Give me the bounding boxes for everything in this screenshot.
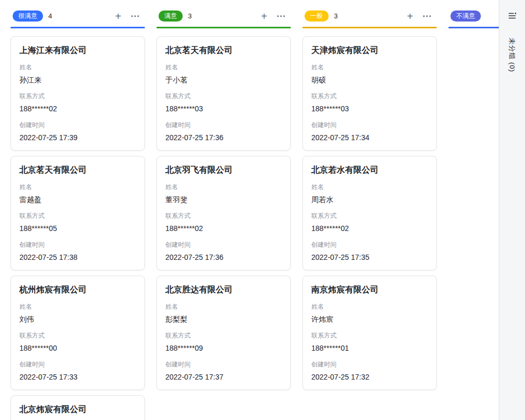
group-badge: 不满意 — [450, 10, 481, 22]
field-value-contact: 188******03 — [165, 103, 282, 114]
column-menu-button[interactable]: ⋯ — [275, 10, 287, 22]
collapse-panel-icon — [508, 14, 517, 22]
column-header: 满意3+⋯ — [156, 10, 291, 22]
card-title: 上海江来有限公司 — [19, 45, 136, 56]
field-label-created: 创建时间 — [19, 240, 136, 249]
field-label-name: 姓名 — [311, 183, 428, 191]
add-card-button[interactable]: + — [404, 10, 416, 22]
field-label-contact: 联系方式 — [165, 331, 282, 340]
field-label-created: 创建时间 — [19, 360, 136, 369]
kanban-card[interactable]: 天津炜宸有限公司姓名胡硕联系方式188******03创建时间2022-07-2… — [302, 36, 437, 151]
group-color-bar — [10, 27, 145, 28]
field-value-created: 2022-07-25 17:34 — [311, 132, 428, 143]
kanban-column-very-satisfied: 很满意4+⋯上海江来有限公司姓名孙江来联系方式188******02创建时间20… — [10, 10, 145, 420]
field-value-contact: 188******00 — [19, 343, 136, 353]
field-value-created: 2022-07-25 17:32 — [311, 372, 428, 382]
field-value-contact: 188******01 — [311, 343, 428, 353]
field-label-contact: 联系方式 — [19, 92, 136, 100]
field-value-name: 许炜宸 — [311, 314, 428, 324]
field-value-contact: 188******02 — [165, 223, 282, 234]
card-list: 天津炜宸有限公司姓名胡硕联系方式188******03创建时间2022-07-2… — [302, 36, 437, 390]
field-label-created: 创建时间 — [19, 121, 136, 129]
card-title: 北京炜宸有限公司 — [19, 404, 136, 415]
field-value-contact: 188******05 — [19, 223, 136, 234]
kanban-column-satisfied: 满意3+⋯北京茗天有限公司姓名于小茗联系方式188******03创建时间202… — [156, 10, 291, 420]
field-label-contact: 联系方式 — [165, 212, 282, 220]
card-count: 4 — [48, 12, 52, 20]
field-value-name: 胡硕 — [311, 75, 428, 85]
field-value-name: 刘伟 — [19, 314, 136, 324]
column-menu-button[interactable]: ⋯ — [129, 10, 141, 22]
field-value-created: 2022-07-25 17:38 — [19, 252, 136, 262]
card-title: 北京茗天有限公司 — [165, 45, 282, 56]
field-label-name: 姓名 — [19, 183, 136, 191]
field-label-name: 姓名 — [165, 302, 282, 311]
field-label-created: 创建时间 — [165, 240, 282, 249]
add-card-button[interactable]: + — [258, 10, 270, 22]
card-title: 北京羽飞有限公司 — [165, 164, 282, 176]
field-label-name: 姓名 — [311, 63, 428, 71]
card-title: 南京炜宸有限公司 — [311, 284, 428, 296]
add-card-button[interactable]: + — [112, 10, 124, 22]
field-value-created: 2022-07-25 17:36 — [165, 132, 282, 143]
column-header: 一般3+⋯ — [302, 10, 437, 22]
card-list: 上海江来有限公司姓名孙江来联系方式188******02创建时间2022-07-… — [10, 36, 145, 420]
kanban-card[interactable]: 北京茗天有限公司姓名雷越盈联系方式188******05创建时间2022-07-… — [10, 156, 145, 270]
column-menu-button[interactable]: ⋯ — [421, 10, 433, 22]
card-title: 北京胜达有限公司 — [165, 284, 282, 296]
kanban-card[interactable]: 北京茗天有限公司姓名于小茗联系方式188******03创建时间2022-07-… — [156, 36, 291, 151]
field-value-contact: 188******09 — [165, 343, 282, 353]
field-value-contact: 188******03 — [311, 103, 428, 114]
field-value-contact: 188******02 — [19, 103, 136, 114]
collapsed-groups-panel: 未分组 (0) — [499, 0, 525, 420]
group-badge: 一般 — [304, 10, 329, 22]
field-label-contact: 联系方式 — [311, 331, 428, 340]
collapsed-group-label[interactable]: 未分组 (0) — [507, 38, 517, 72]
field-value-name: 孙江来 — [19, 75, 136, 85]
field-value-contact: 188******02 — [311, 223, 428, 234]
kanban-card[interactable]: 北京若水有限公司姓名周若水联系方式188******02创建时间2022-07-… — [302, 156, 437, 270]
kanban-board: 很满意4+⋯上海江来有限公司姓名孙江来联系方式188******02创建时间20… — [0, 0, 525, 420]
kanban-card[interactable]: 上海江来有限公司姓名孙江来联系方式188******02创建时间2022-07-… — [10, 36, 145, 151]
field-label-created: 创建时间 — [311, 360, 428, 369]
field-value-name: 周若水 — [311, 194, 428, 205]
field-label-created: 创建时间 — [165, 121, 282, 129]
card-count: 3 — [188, 12, 192, 20]
group-color-bar — [156, 27, 291, 28]
field-label-contact: 联系方式 — [19, 331, 136, 340]
field-value-name: 董羽斐 — [165, 194, 282, 205]
kanban-column-neutral: 一般3+⋯天津炜宸有限公司姓名胡硕联系方式188******03创建时间2022… — [302, 10, 437, 420]
card-title: 杭州炜宸有限公司 — [19, 284, 136, 296]
kanban-card[interactable]: 杭州炜宸有限公司姓名刘伟联系方式188******00创建时间2022-07-2… — [10, 276, 145, 390]
group-badge: 很满意 — [13, 10, 43, 22]
field-label-contact: 联系方式 — [165, 92, 282, 100]
field-label-contact: 联系方式 — [311, 92, 428, 100]
field-label-created: 创建时间 — [311, 121, 428, 129]
group-badge: 满意 — [159, 10, 183, 22]
card-count: 3 — [334, 12, 338, 20]
column-header: 很满意4+⋯ — [10, 10, 145, 22]
field-value-created: 2022-07-25 17:36 — [165, 252, 282, 262]
card-title: 天津炜宸有限公司 — [311, 45, 428, 56]
field-value-created: 2022-07-25 17:39 — [19, 132, 136, 143]
field-label-contact: 联系方式 — [19, 212, 136, 220]
collapse-panel-button[interactable] — [507, 10, 518, 23]
field-label-name: 姓名 — [311, 302, 428, 311]
kanban-card[interactable]: 北京胜达有限公司姓名彭梨梨联系方式188******09创建时间2022-07-… — [156, 276, 291, 390]
field-label-created: 创建时间 — [311, 240, 428, 249]
field-value-created: 2022-07-25 17:33 — [19, 372, 136, 382]
kanban-card[interactable]: 南京炜宸有限公司姓名许炜宸联系方式188******01创建时间2022-07-… — [302, 276, 437, 390]
field-label-name: 姓名 — [19, 63, 136, 71]
kanban-card[interactable]: 北京炜宸有限公司 — [10, 395, 145, 420]
card-list: 北京茗天有限公司姓名于小茗联系方式188******03创建时间2022-07-… — [156, 36, 291, 390]
kanban-card[interactable]: 北京羽飞有限公司姓名董羽斐联系方式188******02创建时间2022-07-… — [156, 156, 291, 270]
field-value-created: 2022-07-25 17:37 — [165, 372, 282, 382]
card-title: 北京若水有限公司 — [311, 164, 428, 176]
field-value-name: 于小茗 — [165, 75, 282, 85]
field-value-created: 2022-07-25 17:35 — [311, 252, 428, 262]
field-label-name: 姓名 — [19, 302, 136, 311]
field-value-name: 彭梨梨 — [165, 314, 282, 324]
field-label-name: 姓名 — [165, 63, 282, 71]
group-color-bar — [302, 27, 437, 28]
card-title: 北京茗天有限公司 — [19, 164, 136, 176]
